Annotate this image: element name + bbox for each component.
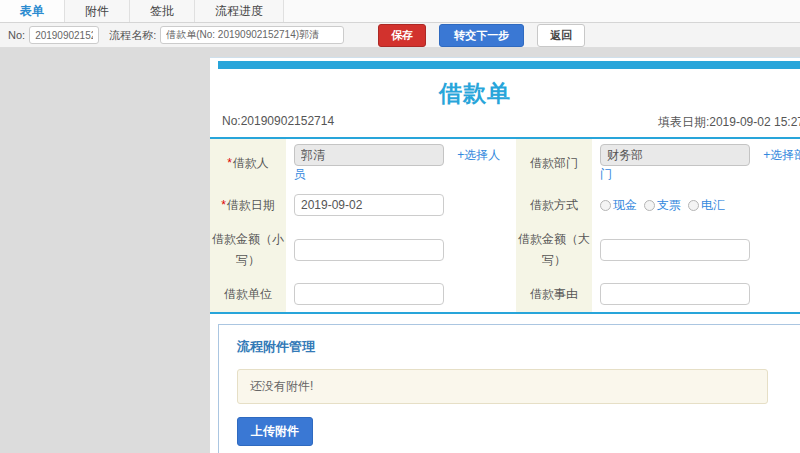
- loan-method-radio[interactable]: 电汇: [688, 197, 725, 214]
- amount-small-field[interactable]: [294, 239, 444, 261]
- no-attachments-message: 还没有附件!: [237, 369, 768, 404]
- tab-attachments[interactable]: 附件: [65, 0, 130, 22]
- loan-unit-field[interactable]: [294, 283, 444, 305]
- doc-number: No:20190902152714: [222, 114, 334, 131]
- loan-form-table: *借款人 +选择人员 借款部门 +选择部门 *借款日期 借款方式 现金支: [210, 139, 800, 312]
- loan-method-options: 现金支票电汇: [600, 200, 732, 214]
- department-field[interactable]: [600, 144, 750, 166]
- loan-reason-label: 借款事由: [516, 277, 592, 311]
- borrower-field[interactable]: [294, 144, 444, 166]
- radio-label: 支票: [657, 197, 681, 214]
- no-label: No:: [8, 29, 25, 41]
- loan-reason-field[interactable]: [600, 283, 750, 305]
- department-label: 借款部门: [516, 139, 592, 188]
- loan-method-label: 借款方式: [516, 188, 592, 222]
- amount-small-label: 借款金额（小写）: [210, 222, 286, 277]
- process-name-label: 流程名称:: [109, 28, 156, 43]
- table-row: *借款日期 借款方式 现金支票电汇: [210, 188, 800, 222]
- required-asterisk: *: [227, 156, 232, 170]
- loan-date-field[interactable]: [294, 194, 444, 216]
- fill-date: 填表日期:2019-09-02 15:27:1: [658, 114, 800, 131]
- attachments-title: 流程附件管理: [237, 338, 768, 356]
- process-name-input[interactable]: [160, 26, 344, 44]
- loan-method-radio[interactable]: 支票: [644, 197, 681, 214]
- radio-label: 现金: [613, 197, 637, 214]
- no-input[interactable]: [29, 26, 99, 44]
- form-title: 借款单: [218, 78, 732, 109]
- save-button[interactable]: 保存: [378, 24, 426, 47]
- upload-attachment-button[interactable]: 上传附件: [237, 417, 313, 446]
- next-step-button[interactable]: 转交下一步: [439, 24, 524, 47]
- required-asterisk: *: [221, 198, 226, 212]
- radio-icon: [644, 200, 655, 211]
- radio-icon: [688, 200, 699, 211]
- meta-row: No:20190902152714 填表日期:2019-09-02 15:27:…: [210, 111, 800, 137]
- amount-big-label: 借款金额（大写）: [516, 222, 592, 277]
- form-panel: 借款单 No:20190902152714 填表日期:2019-09-02 15…: [210, 57, 800, 453]
- page-background: 借款单 No:20190902152714 填表日期:2019-09-02 15…: [0, 48, 800, 452]
- command-bar: No: 流程名称: 保存 转交下一步 返回: [0, 23, 800, 48]
- attachments-section: 流程附件管理 还没有附件! 上传附件: [218, 324, 800, 453]
- table-row: *借款人 +选择人员 借款部门 +选择部门: [210, 139, 800, 188]
- loan-method-radio[interactable]: 现金: [600, 197, 637, 214]
- top-accent-bar: [218, 61, 800, 69]
- loan-unit-label: 借款单位: [210, 277, 286, 311]
- amount-big-field[interactable]: [600, 239, 750, 261]
- table-row: 借款金额（小写） 借款金额（大写）: [210, 222, 800, 277]
- tab-process-progress[interactable]: 流程进度: [195, 0, 284, 22]
- tab-approval[interactable]: 签批: [130, 0, 195, 22]
- table-row: 借款单位 借款事由: [210, 277, 800, 311]
- borrower-label: *借款人: [210, 139, 286, 188]
- tab-form[interactable]: 表单: [0, 0, 65, 22]
- radio-icon: [600, 200, 611, 211]
- back-button[interactable]: 返回: [537, 24, 585, 47]
- tab-bar: 表单 附件 签批 流程进度: [0, 0, 800, 23]
- radio-label: 电汇: [701, 197, 725, 214]
- loan-date-label: *借款日期: [210, 188, 286, 222]
- divider-bottom: [210, 312, 800, 314]
